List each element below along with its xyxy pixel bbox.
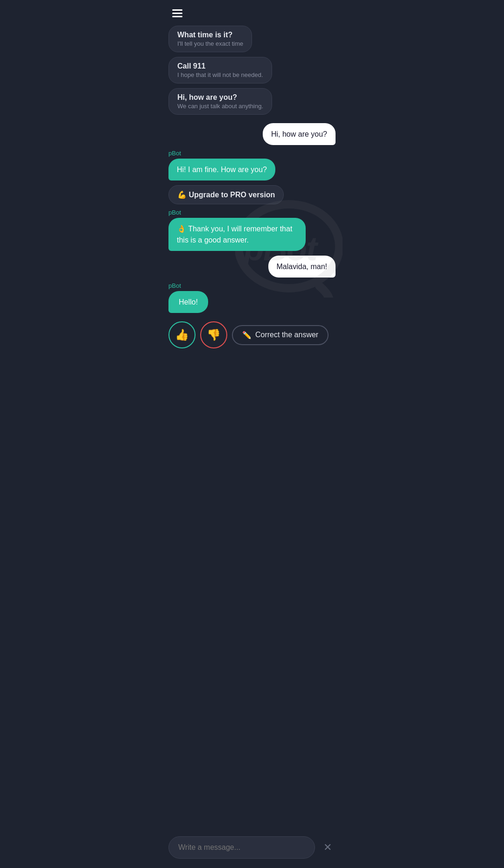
chip-title-0: What time is it? [177,31,243,39]
suggestion-chip-2[interactable]: Hi, how are you? We can just talk about … [168,88,272,115]
input-bar: ✕ [161,831,343,868]
menu-line-2 [172,13,182,14]
chip-sub-0: I'll tell you the exact time [177,40,243,47]
menu-line-3 [172,16,182,17]
message-row-incoming-3: pBot Hello! [168,282,336,313]
message-row-outgoing-2: Malavida, man! [168,256,336,278]
sender-label-1: pBot [168,150,181,157]
upgrade-chip-label: 💪 Upgrade to PRO version [177,190,275,199]
sender-label-3: pBot [168,282,181,289]
suggestion-chip-1[interactable]: Call 911 I hope that it will not be need… [168,57,272,83]
chip-title-1: Call 911 [177,62,263,70]
suggestion-chip-0[interactable]: What time is it? I'll tell you the exact… [168,26,252,52]
correct-answer-label: Correct the answer [255,331,318,339]
menu-button[interactable] [168,7,186,19]
bubble-outgoing-1: Hi, how are you? [263,123,336,145]
header-area [168,6,336,19]
thumbs-up-icon: 👍 [175,328,189,341]
bubble-incoming-1: Hi! I am fine. How are you? [168,159,275,181]
message-row-outgoing-1: Hi, how are you? [168,123,336,145]
bubble-incoming-2: 👌 Thank you, I will remember that this i… [168,218,306,250]
message-input[interactable] [168,836,315,859]
upgrade-chip[interactable]: 💪 Upgrade to PRO version [168,185,284,204]
bubble-incoming-3: Hello! [168,291,208,313]
message-row-incoming-1: pBot Hi! I am fine. How are you? [168,150,336,181]
upgrade-chip-row: 💪 Upgrade to PRO version [168,185,336,204]
watermark-section: pBot pBot 👌 Thank you, I will remember t… [168,209,336,250]
chip-sub-2: We can just talk about anything. [177,103,263,110]
sender-label-2: pBot [168,209,181,216]
suggestion-chips: What time is it? I'll tell you the exact… [168,26,336,115]
thumbs-down-button[interactable]: 👎 [200,321,227,348]
thumbs-up-button[interactable]: 👍 [168,321,196,348]
correct-answer-button[interactable]: ✏️ Correct the answer [232,325,329,345]
bubble-outgoing-2: Malavida, man! [268,256,336,278]
chip-title-2: Hi, how are you? [177,93,263,102]
close-icon: ✕ [323,841,332,853]
chip-sub-1: I hope that it will not be needed. [177,71,263,78]
message-row-incoming-2: pBot 👌 Thank you, I will remember that t… [168,209,336,250]
menu-line-1 [172,9,182,11]
chat-container: What time is it? I'll tell you the exact… [161,0,343,395]
close-button[interactable]: ✕ [320,840,336,855]
action-row: 👍 👎 ✏️ Correct the answer [168,321,336,348]
thumbs-down-icon: 👎 [207,328,221,341]
correct-answer-icon: ✏️ [242,331,252,340]
